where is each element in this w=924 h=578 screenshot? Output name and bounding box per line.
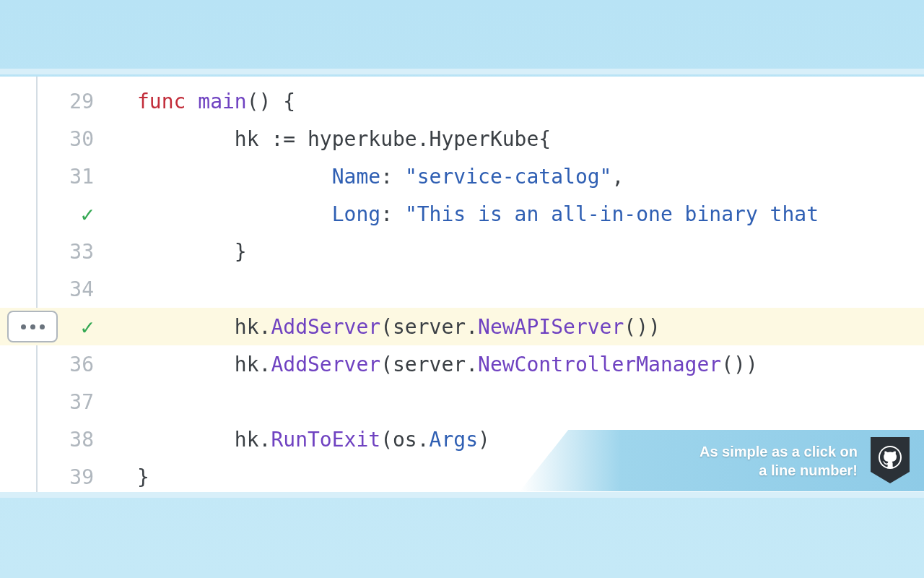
line-number[interactable]: 31 bbox=[0, 165, 116, 189]
promo-line-1: As simple as a click on bbox=[699, 444, 858, 460]
top-accent-band bbox=[0, 69, 924, 74]
code-line: 29func main() { bbox=[0, 82, 924, 120]
code-content bbox=[116, 390, 924, 414]
code-content: hk.AddServer(server.NewAPIServer()) bbox=[116, 315, 924, 339]
line-number[interactable]: 34 bbox=[0, 277, 116, 301]
code-content: func main() { bbox=[116, 90, 924, 113]
ellipsis-icon bbox=[21, 324, 26, 329]
code-line: ✓ Long: "This is an all-in-one binary th… bbox=[0, 195, 924, 233]
line-number[interactable]: 33 bbox=[0, 240, 116, 264]
code-content bbox=[116, 277, 924, 301]
code-line: 33 } bbox=[0, 233, 924, 270]
line-number[interactable]: 29 bbox=[0, 90, 116, 113]
check-icon: ✓ bbox=[81, 202, 94, 227]
code-line: 34 bbox=[0, 270, 924, 308]
code-line: 37 bbox=[0, 383, 924, 420]
code-content: Long: "This is an all-in-one binary that bbox=[116, 202, 924, 226]
promo-line-2: a line number! bbox=[759, 462, 858, 478]
github-badge-icon[interactable] bbox=[869, 436, 911, 486]
line-number[interactable]: 36 bbox=[0, 353, 116, 376]
promo-text: As simple as a click on a line number! bbox=[699, 442, 858, 480]
code-content: hk.AddServer(server.NewControllerManager… bbox=[116, 353, 924, 376]
line-number[interactable]: ✓ bbox=[0, 202, 116, 227]
line-number[interactable]: 30 bbox=[0, 127, 116, 151]
code-panel: 29func main() {30 hk := hyperkube.HyperK… bbox=[0, 77, 924, 492]
ellipsis-icon bbox=[40, 324, 45, 329]
code-line: 31 Name: "service-catalog", bbox=[0, 158, 924, 195]
bottom-accent-band bbox=[0, 492, 924, 498]
code-content: hk := hyperkube.HyperKube{ bbox=[116, 127, 924, 151]
line-actions-button[interactable] bbox=[7, 311, 58, 342]
line-number[interactable]: 38 bbox=[0, 428, 116, 452]
ellipsis-icon bbox=[30, 324, 35, 329]
code-line: 36 hk.AddServer(server.NewControllerMana… bbox=[0, 345, 924, 383]
code-content: Name: "service-catalog", bbox=[116, 165, 924, 189]
line-number[interactable]: 39 bbox=[0, 465, 116, 489]
code-line: ✓ hk.AddServer(server.NewAPIServer()) bbox=[0, 308, 924, 345]
code-content: } bbox=[116, 240, 924, 264]
promo-banner: As simple as a click on a line number! bbox=[520, 430, 924, 491]
line-number[interactable]: 37 bbox=[0, 390, 116, 414]
code-line: 30 hk := hyperkube.HyperKube{ bbox=[0, 120, 924, 158]
check-icon: ✓ bbox=[81, 314, 94, 340]
